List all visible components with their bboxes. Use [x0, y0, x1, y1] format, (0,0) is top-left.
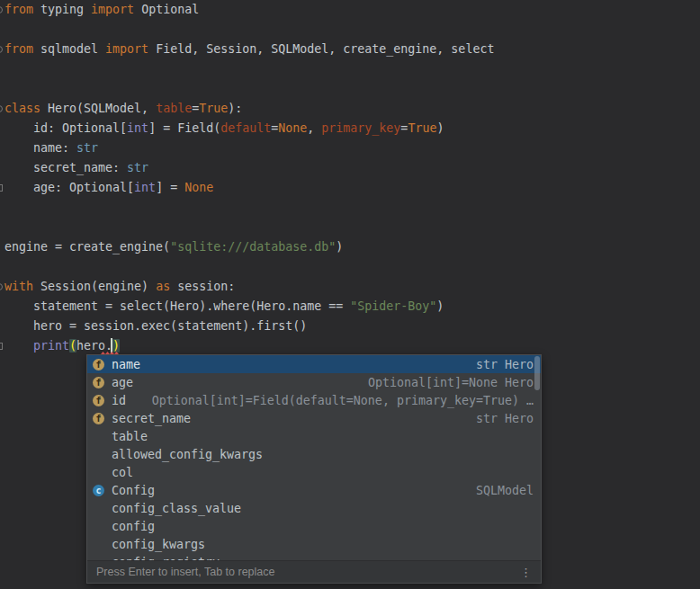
code-line[interactable]: class Hero(SQLModel, table=True):: [4, 99, 494, 119]
code-token: from: [4, 3, 33, 16]
completion-item[interactable]: config_registry: [87, 553, 541, 560]
code-token: Hero(SQLModel,: [40, 102, 156, 115]
code-line[interactable]: hero = session.exec(statement).first(): [4, 317, 494, 336]
code-token: "sqlite:///database.db": [170, 240, 336, 254]
code-token: id: Optional[: [4, 121, 127, 135]
code-token: ): [112, 339, 120, 353]
code-token: ] = Field(: [148, 121, 220, 135]
code-token: ): [436, 121, 444, 135]
completion-item-label: allowed_config_kwargs: [112, 448, 263, 461]
code-line[interactable]: [4, 59, 494, 79]
completion-item-label: table: [112, 430, 148, 443]
code-token: primary_key: [321, 121, 400, 135]
completion-hint-text: Press Enter to insert, Tab to replace: [96, 566, 274, 578]
code-token: session:: [170, 280, 235, 293]
completion-item-label: col: [112, 466, 133, 479]
code-token: print: [33, 339, 69, 353]
code-token: name:: [4, 141, 76, 155]
gutter-square-icon[interactable]: [0, 343, 3, 350]
completion-item[interactable]: col: [87, 463, 541, 481]
code-token: Field, Session, SQLModel, create_engine,…: [148, 42, 494, 56]
code-token: secret_name:: [4, 161, 127, 174]
code-token: ): [336, 240, 343, 254]
field-icon: f: [93, 413, 104, 424]
completion-item-label: config_class_value: [112, 502, 241, 515]
code-token: str: [127, 161, 148, 174]
code-token: =: [192, 102, 199, 115]
gutter-circle-icon[interactable]: [0, 105, 3, 112]
code-token: ): [436, 299, 444, 313]
completion-item-type: Optional[int]=Field(default=None, primar…: [152, 394, 534, 407]
completion-item-type: SQLModel: [476, 484, 534, 497]
completion-item-type: str Hero: [476, 412, 534, 425]
code-token: age: Optional[: [4, 181, 134, 194]
code-line[interactable]: [4, 218, 494, 237]
completion-item[interactable]: fnamestr Hero: [87, 355, 541, 373]
code-line[interactable]: [4, 79, 494, 99]
completion-item-label: name: [112, 358, 140, 371]
code-line[interactable]: id: Optional[int] = Field(default=None, …: [4, 119, 494, 138]
code-line[interactable]: age: Optional[int] = None: [4, 178, 494, 198]
field-icon: f: [93, 377, 104, 388]
gutter-circle-icon[interactable]: [0, 6, 3, 13]
completion-item-label: age: [112, 376, 133, 389]
completion-list[interactable]: fnamestr HerofageOptional[int]=None Hero…: [87, 355, 541, 560]
class-icon: c: [93, 485, 104, 496]
code-token: default: [220, 121, 271, 135]
completion-item-label: secret_name: [112, 412, 191, 425]
completion-item-label: config_kwargs: [112, 538, 205, 551]
code-line[interactable]: print(hero.): [4, 336, 494, 356]
completion-item[interactable]: fageOptional[int]=None Hero: [87, 373, 541, 391]
completion-item[interactable]: config_class_value: [87, 499, 541, 517]
code-token: None: [184, 181, 213, 194]
completion-item[interactable]: allowed_config_kwargs: [87, 445, 541, 463]
code-token: hero.: [76, 339, 112, 353]
code-token: from: [4, 42, 33, 56]
code-token: int: [134, 181, 156, 194]
code-token: (: [69, 339, 76, 353]
completion-item-label: Config: [112, 484, 155, 497]
code-token: Session(engine): [33, 280, 156, 293]
code-token: with: [4, 280, 33, 293]
gutter-circle-icon[interactable]: [0, 46, 3, 53]
code-token: typing: [33, 3, 91, 16]
completion-item[interactable]: config_kwargs: [87, 535, 541, 553]
code-line[interactable]: statement = select(Hero).where(Hero.name…: [4, 297, 494, 317]
code-token: str: [76, 141, 98, 155]
code-token: None: [278, 121, 307, 135]
code-token: class: [4, 102, 40, 115]
code-line[interactable]: with Session(engine) as session:: [4, 277, 494, 297]
code-line[interactable]: secret_name: str: [4, 158, 494, 178]
code-line[interactable]: from typing import Optional: [4, 0, 494, 20]
completion-item-label: id: [112, 394, 126, 407]
field-icon: f: [93, 395, 104, 406]
completion-item[interactable]: fidOptional[int]=Field(default=None, pri…: [87, 391, 541, 409]
code-token: table: [156, 102, 192, 115]
code-token: "Spider-Boy": [350, 299, 436, 313]
code-token: sqlmodel: [33, 42, 105, 56]
completion-item[interactable]: table: [87, 427, 541, 445]
gutter-circle-icon[interactable]: [0, 283, 3, 290]
more-options-icon[interactable]: ⋮: [520, 566, 532, 579]
code-area[interactable]: from typing import Optionalfrom sqlmodel…: [4, 0, 494, 356]
code-line[interactable]: from sqlmodel import Field, Session, SQL…: [4, 40, 494, 59]
code-token: ,: [307, 121, 321, 135]
code-token: engine = create_engine(: [4, 240, 170, 254]
code-line[interactable]: [4, 257, 494, 277]
code-token: True: [199, 102, 228, 115]
code-line[interactable]: name: str: [4, 138, 494, 158]
completion-item-label: config: [112, 520, 155, 533]
completion-item[interactable]: cConfigSQLModel: [87, 481, 541, 499]
code-line[interactable]: [4, 198, 494, 218]
code-token: True: [408, 121, 436, 135]
completion-item[interactable]: fsecret_namestr Hero: [87, 409, 541, 427]
code-line[interactable]: [4, 20, 494, 40]
code-token: as: [156, 280, 170, 293]
completion-footer: Press Enter to insert, Tab to replace ⋮: [87, 560, 541, 583]
completion-item[interactable]: config: [87, 517, 541, 535]
code-token: Optional: [134, 3, 199, 16]
code-token: statement = select(Hero).where(Hero.name…: [4, 299, 350, 313]
code-line[interactable]: engine = create_engine("sqlite:///databa…: [4, 237, 494, 257]
scrollbar-thumb[interactable]: [534, 356, 540, 390]
gutter-square-icon[interactable]: [0, 184, 3, 192]
